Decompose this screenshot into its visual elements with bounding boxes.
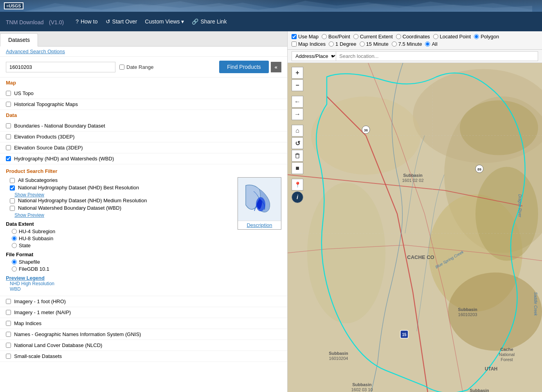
hu4-radio[interactable] (12, 229, 17, 234)
shapefile-radio[interactable] (12, 259, 17, 264)
1-degree-radio[interactable] (329, 41, 334, 47)
filter-row-all: All Subcategories (6, 177, 230, 183)
current-extent-label[interactable]: Current Extent (353, 34, 393, 40)
refresh-icon: ↺ (106, 18, 110, 25)
us-topo-label[interactable]: US Topo (14, 90, 34, 96)
map-indices-label[interactable]: Map Indices (14, 320, 41, 326)
refresh-map-button[interactable]: ↺ (292, 137, 303, 149)
map-indices-map-checkbox[interactable] (292, 41, 297, 47)
imagery-1m-label[interactable]: Imagery - 1 meter (NAIP) (14, 309, 71, 315)
collapse-panel-button[interactable]: « (271, 62, 281, 72)
svg-text:Subbasin: Subbasin (458, 307, 477, 312)
shapefile-label[interactable]: Shapefile (19, 259, 40, 265)
nhd-best-label[interactable]: National Hydrography Dataset (NHD) Best … (18, 185, 139, 191)
nhd-medium-label[interactable]: National Hydrography Dataset (NHD) Mediu… (18, 198, 147, 203)
filegdb-label[interactable]: FileGDB 10.1 (19, 266, 49, 272)
wbd-label[interactable]: National Watershed Boundary Dataset (WBD… (18, 205, 121, 211)
hydrography-checkbox[interactable] (6, 156, 11, 161)
nlcd-checkbox[interactable] (6, 343, 11, 348)
elevation-source-label[interactable]: Elevation Source Data (3DEP) (14, 145, 83, 151)
list-item: Imagery - 1 foot (HRO) (0, 296, 287, 307)
info-button[interactable]: i (292, 191, 303, 203)
nhd-best-checkbox[interactable] (10, 185, 15, 191)
nhd-medium-checkbox[interactable] (10, 198, 15, 203)
tab-datasets[interactable]: Datasets (0, 33, 38, 47)
all-subcategories-label[interactable]: All Subcategories (18, 177, 58, 183)
hu8-radio[interactable] (12, 236, 17, 241)
us-topo-checkbox[interactable] (6, 91, 11, 96)
show-preview-wbd[interactable]: Show Preview (14, 212, 230, 218)
current-extent-radio[interactable] (353, 34, 358, 39)
wbd-checkbox[interactable] (10, 206, 15, 211)
locate-button[interactable]: 📍 (292, 179, 303, 191)
home-button[interactable]: ⌂ (292, 125, 303, 137)
historical-topo-checkbox[interactable] (6, 102, 11, 107)
located-point-label[interactable]: Located Point (433, 34, 471, 40)
state-radio[interactable] (12, 243, 17, 248)
coordinates-label[interactable]: Coordinates (396, 34, 430, 40)
imagery-1ft-checkbox[interactable] (6, 299, 11, 304)
filegdb-radio[interactable] (12, 266, 17, 272)
forward-button[interactable]: → (292, 108, 303, 120)
elevation-source-checkbox[interactable] (6, 145, 11, 150)
state-label[interactable]: State (19, 243, 31, 248)
svg-rect-42 (296, 155, 299, 158)
historical-topo-label[interactable]: Historical Topographic Maps (14, 101, 78, 107)
svg-text:36: 36 (364, 128, 368, 132)
date-range-label[interactable]: Date Range (126, 64, 153, 70)
small-scale-checkbox[interactable] (6, 354, 11, 359)
thumbnail-image[interactable] (238, 178, 281, 221)
all-indices-radio[interactable] (425, 41, 430, 47)
nlcd-label[interactable]: National Land Cover Database (NLCD) (14, 342, 102, 348)
map-toolbar: + − ← → ⌂ ↺ ■ 📍 i (292, 67, 303, 203)
customviews-link[interactable]: Custom Views ▾ (145, 18, 184, 25)
use-map-checkbox[interactable] (292, 34, 297, 39)
polygon-label[interactable]: Polygon (474, 34, 499, 40)
gnis-checkbox[interactable] (6, 332, 11, 337)
zoom-out-button[interactable]: − (292, 79, 303, 91)
advanced-search-link[interactable]: Advanced Search Options (6, 49, 65, 54)
box-point-radio[interactable] (322, 34, 327, 39)
startover-link[interactable]: ↺ Start Over (106, 18, 137, 25)
polygon-radio[interactable] (474, 34, 479, 39)
address-search-input[interactable] (336, 51, 538, 61)
hu8-label[interactable]: HU-8 Subbasin (19, 236, 53, 241)
preview-legend-link[interactable]: Preview Legend (6, 275, 45, 281)
back-button[interactable]: ← (292, 96, 303, 108)
howto-link[interactable]: ? How to (76, 18, 97, 25)
elevation-3dep-checkbox[interactable] (6, 134, 11, 139)
located-point-radio[interactable] (433, 34, 438, 39)
preview-caption[interactable]: Description (238, 221, 281, 229)
zoom-in-button[interactable]: + (292, 67, 303, 79)
gnis-label[interactable]: Names - Geographic Names Information Sys… (14, 331, 141, 337)
elevation-3dep-label[interactable]: Elevation Products (3DEP) (14, 134, 75, 140)
all-indices-label[interactable]: All (425, 41, 437, 47)
search-input[interactable] (6, 62, 115, 72)
find-products-button[interactable]: Find Products (219, 61, 268, 73)
boundaries-label[interactable]: Boundaries - National Boundary Dataset (14, 123, 105, 129)
imagery-1m-checkbox[interactable] (6, 310, 11, 315)
15-minute-radio[interactable] (360, 41, 365, 47)
address-type-select[interactable]: Address/Place Coordinates (292, 51, 337, 61)
imagery-1ft-label[interactable]: Imagery - 1 foot (HRO) (14, 298, 66, 304)
1-degree-label[interactable]: 1 Degree (329, 41, 356, 47)
list-item: Elevation Source Data (3DEP) (0, 142, 287, 153)
date-range-checkbox[interactable] (119, 65, 124, 70)
15-minute-label[interactable]: 15 Minute (360, 41, 389, 47)
show-preview-nhd-best[interactable]: Show Preview (14, 192, 230, 198)
box-point-label[interactable]: Box/Point (322, 34, 350, 40)
all-subcategories-checkbox[interactable] (10, 178, 15, 183)
small-scale-label[interactable]: Small-scale Datasets (14, 353, 62, 359)
use-map-label[interactable]: Use Map (292, 34, 319, 40)
7-5-minute-radio[interactable] (392, 41, 397, 47)
delete-button[interactable] (292, 150, 303, 162)
map-indices-check-label[interactable]: Map Indices (292, 41, 326, 47)
boundaries-checkbox[interactable] (6, 123, 11, 128)
coordinates-radio[interactable] (396, 34, 401, 39)
hydrography-label[interactable]: Hydrography (NHD) and Watersheds (WBD) (14, 156, 114, 162)
map-indices-checkbox[interactable] (6, 321, 11, 326)
7-5-minute-label[interactable]: 7.5 Minute (392, 41, 422, 47)
sharelink-link[interactable]: 🔗 Share Link (192, 18, 227, 25)
draw-button[interactable]: ■ (292, 162, 303, 174)
hu4-label[interactable]: HU-4 Subregion (19, 228, 55, 234)
